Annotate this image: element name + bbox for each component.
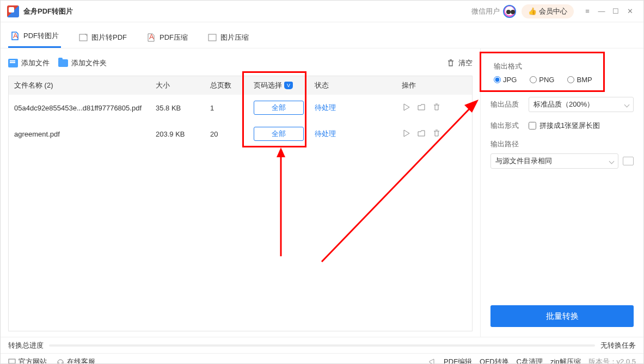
svg-text:A: A (149, 33, 154, 41)
clear-button[interactable]: 清空 (446, 58, 473, 68)
monitor-icon (8, 358, 16, 365)
delete-icon[interactable] (432, 129, 441, 139)
pdf-to-image-icon: A (10, 31, 20, 41)
member-center-button[interactable]: 👍 会员中心 (522, 4, 574, 18)
pdf-edit-link[interactable]: PDF编辑 (444, 357, 472, 365)
member-label: 会员中心 (539, 7, 567, 16)
tab-pdf-compress[interactable]: A PDF压缩 (144, 27, 190, 48)
open-folder-icon[interactable] (417, 129, 426, 139)
format-png-radio[interactable]: PNG (530, 76, 554, 84)
svg-rect-3 (208, 34, 216, 41)
form-label: 输出形式 (490, 121, 523, 131)
maximize-icon[interactable]: ☐ (609, 4, 623, 18)
svg-text:A: A (13, 32, 18, 40)
path-label: 输出路径 (490, 139, 523, 149)
vip-badge-icon: V (284, 82, 293, 89)
thumbs-up-icon: 👍 (528, 7, 537, 15)
image-compress-icon (207, 33, 217, 42)
progress-status: 无转换任务 (600, 341, 636, 350)
col-size: 大小 (156, 81, 210, 90)
svg-rect-1 (79, 34, 87, 41)
checkbox-label: 拼接成1张竖屏长图 (539, 121, 600, 131)
version-label: 版本号：v2.0.5 (588, 357, 636, 365)
app-logo-icon (7, 5, 19, 17)
settings-panel: 输出格式 JPG PNG BMP 输出品质 标准品质（200%） 输出形式 拼接… (480, 48, 643, 337)
main-tabs: A PDF转图片 图片转PDF A PDF压缩 图片压缩 (1, 22, 643, 48)
stitch-vertical-checkbox[interactable]: 拼接成1张竖屏长图 (529, 121, 600, 131)
tab-label: 图片转PDF (91, 33, 127, 42)
official-site-link[interactable]: 官方网站 (8, 357, 47, 365)
radio-label: JPG (503, 76, 517, 84)
col-pages: 总页数 (210, 81, 254, 90)
link-label: 在线客服 (67, 357, 95, 365)
format-bmp-radio[interactable]: BMP (567, 76, 592, 84)
tab-label: PDF压缩 (160, 33, 188, 42)
ofd-convert-link[interactable]: OFD转换 (480, 357, 508, 365)
add-folder-button[interactable]: 添加文件夹 (58, 58, 107, 68)
cell-name: 05a4dc92e855453e...d81ff97776805.pdf (14, 104, 156, 112)
output-format-label: 输出格式 (494, 61, 630, 71)
cell-status: 待处理 (315, 129, 402, 139)
clear-label: 清空 (458, 58, 473, 68)
batch-convert-button[interactable]: 批量转换 (490, 305, 634, 327)
table-header: 文件名称 (2) 大小 总页数 页码选择 V 状态 操作 (9, 76, 472, 95)
tab-image-compress[interactable]: 图片压缩 (205, 27, 251, 48)
format-jpg-radio[interactable]: JPG (494, 76, 517, 84)
pdf-compress-icon: A (146, 33, 156, 42)
browse-folder-icon[interactable] (623, 157, 634, 165)
table-row: agreement.pdf 203.9 KB 20 全部 待处理 (9, 121, 472, 147)
headset-icon (57, 358, 64, 365)
svg-rect-4 (9, 359, 15, 363)
radio-label: BMP (576, 76, 592, 84)
output-format-group: 输出格式 JPG PNG BMP (490, 57, 634, 88)
image-to-pdf-icon (78, 33, 88, 42)
cell-pages: 1 (210, 104, 254, 112)
file-icon (8, 59, 18, 67)
cell-name: agreement.pdf (14, 130, 156, 138)
wechat-user-label: 微信用户 (471, 7, 500, 16)
output-form-row: 输出形式 拼接成1张竖屏长图 (490, 121, 634, 131)
output-quality-row: 输出品质 标准品质（200%） (490, 97, 634, 112)
play-icon[interactable] (402, 103, 410, 113)
cell-size: 35.8 KB (156, 104, 210, 112)
user-avatar-icon[interactable] (503, 5, 516, 18)
cell-pages: 20 (210, 130, 254, 138)
progress-label: 转换总进度 (8, 341, 44, 350)
quality-select[interactable]: 标准品质（200%） (529, 97, 634, 112)
tab-image-to-pdf[interactable]: 图片转PDF (76, 27, 129, 48)
table-row: 05a4dc92e855453e...d81ff97776805.pdf 35.… (9, 95, 472, 121)
tab-label: 图片压缩 (220, 33, 249, 42)
file-toolbar: 添加文件 添加文件夹 清空 (8, 54, 473, 72)
delete-icon[interactable] (432, 103, 441, 113)
col-range-label: 页码选择 (254, 81, 282, 90)
open-folder-icon[interactable] (417, 103, 426, 113)
progress-track (49, 344, 595, 347)
radio-label: PNG (539, 76, 554, 84)
cell-status: 待处理 (315, 103, 402, 113)
page-range-button[interactable]: 全部 (254, 101, 304, 115)
tab-label: PDF转图片 (23, 31, 59, 41)
col-name: 文件名称 (2) (14, 81, 156, 90)
link-label: 官方网站 (19, 357, 47, 365)
megaphone-icon (428, 358, 436, 365)
add-file-button[interactable]: 添加文件 (8, 58, 50, 68)
file-table: 文件名称 (2) 大小 总页数 页码选择 V 状态 操作 05a4dc92e85… (8, 76, 473, 331)
cell-size: 203.9 KB (156, 130, 210, 138)
tab-pdf-to-image[interactable]: A PDF转图片 (8, 26, 61, 48)
output-path-select[interactable]: 与源文件目录相同 (490, 153, 618, 169)
zip-extract-link[interactable]: zip解压缩 (550, 357, 581, 365)
path-value: 与源文件目录相同 (495, 156, 552, 166)
add-folder-label: 添加文件夹 (71, 58, 107, 68)
add-file-label: 添加文件 (21, 58, 50, 68)
online-support-link[interactable]: 在线客服 (57, 357, 95, 365)
c-drive-clean-link[interactable]: C盘清理 (517, 357, 543, 365)
page-range-button[interactable]: 全部 (254, 127, 304, 141)
menu-icon[interactable]: ≡ (580, 4, 594, 18)
quality-label: 输出品质 (490, 100, 523, 109)
minimize-icon[interactable]: — (594, 4, 609, 18)
folder-icon (58, 59, 68, 67)
play-icon[interactable] (402, 129, 410, 139)
col-range: 页码选择 V (254, 81, 315, 90)
close-icon[interactable]: ✕ (623, 4, 637, 18)
quality-value: 标准品质（200%） (533, 100, 594, 109)
